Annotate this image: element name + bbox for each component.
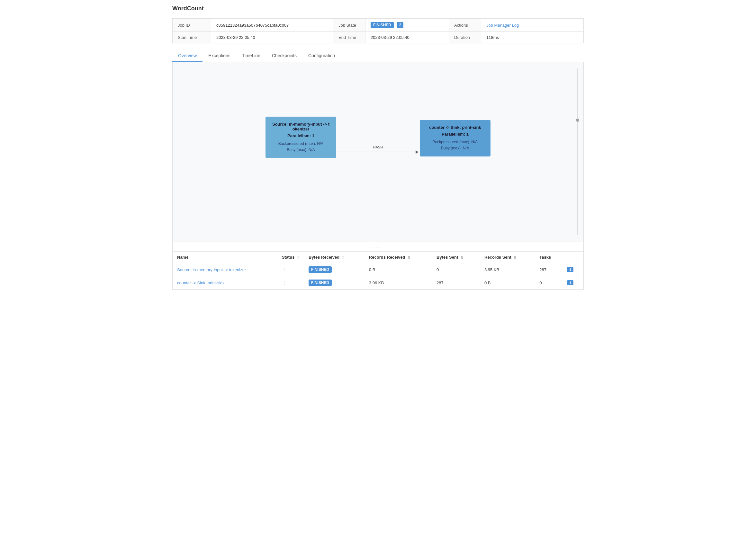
row-recordsReceived: 0	[432, 263, 480, 276]
row-recordsReceived: 287	[432, 276, 480, 289]
table-row: counter -> Sink: print-sink⋮FINISHED3.96…	[173, 276, 583, 289]
end-time-label: End Time	[333, 32, 365, 43]
start-time-value: 2023-03-29 22:05:40	[211, 32, 333, 43]
diagram-inner: Source: in-memory-input -> t okenizer Pa…	[265, 117, 491, 187]
sort-records-sent-icon[interactable]: ⇅	[514, 256, 516, 259]
col-records-received: Records Received ⇅	[364, 252, 432, 263]
row-bytesReceived: 0 B	[364, 263, 432, 276]
col-bytes-sent: Bytes Sent ⇅	[432, 252, 480, 263]
right-node[interactable]: counter -> Sink: print-sink Parallelism:…	[420, 120, 491, 156]
tab-configuration[interactable]: Configuration	[303, 50, 341, 62]
tab-checkpoints[interactable]: Checkpoints	[266, 50, 303, 62]
sort-bytes-sent-icon[interactable]: ⇅	[461, 256, 463, 259]
start-time-label: Start Time	[173, 32, 211, 43]
row-name-cell: counter -> Sink: print-sink	[173, 276, 277, 289]
tab-timeline[interactable]: TimeLine	[236, 50, 266, 62]
row-recordsSent: 287	[535, 263, 562, 276]
right-node-busy: Busy (max): N/A	[426, 145, 484, 151]
row-menu[interactable]: ⋮	[277, 276, 304, 289]
data-table-section: ··· Name Status ⇅ Bytes Received ⇅ Recor…	[172, 242, 584, 290]
row-name-link[interactable]: counter -> Sink: print-sink	[177, 280, 225, 285]
col-status: Status ⇅	[277, 252, 304, 263]
table-row: Source: in-memory-input -> tokenizer⋮FIN…	[173, 263, 583, 276]
job-state-label: Job State	[333, 19, 365, 32]
sort-bytes-received-icon[interactable]: ⇅	[342, 256, 344, 259]
scrollbar[interactable]	[576, 68, 579, 235]
col-name: Name	[173, 252, 277, 263]
duration-label: Duration	[449, 32, 481, 43]
row-bytesSent: 0 B	[480, 276, 535, 289]
left-node-busy: Busy (max): N/A	[272, 147, 330, 153]
row-bytesReceived: 3.96 KB	[364, 276, 432, 289]
job-info-table: Job ID c859121324a93a507b4075cabfa0c007 …	[172, 18, 584, 43]
duration-value: 118ms	[481, 32, 584, 43]
tab-overview[interactable]: Overview	[172, 50, 202, 62]
row-name-cell: Source: in-memory-input -> tokenizer	[173, 263, 277, 276]
diagram-arrow: HASH	[336, 152, 420, 152]
end-time-value: 2023-03-29 22:05:40	[365, 32, 449, 43]
left-node[interactable]: Source: in-memory-input -> t okenizer Pa…	[265, 117, 336, 158]
left-node-title: Source: in-memory-input -> t okenizer	[272, 122, 330, 131]
dots-row: ···	[173, 242, 583, 252]
dots-icon: ···	[375, 244, 381, 249]
action-link-cell[interactable]: Job Manager Log	[481, 19, 584, 32]
row-bytesSent: 3.95 KB	[480, 263, 535, 276]
sort-status-icon[interactable]: ⇅	[297, 256, 300, 259]
sort-records-received-icon[interactable]: ⇅	[408, 256, 410, 259]
col-records-sent: Records Sent ⇅	[480, 252, 535, 263]
job-manager-log-link[interactable]: Job Manager Log	[486, 23, 519, 28]
left-node-parallelism: Parallelism: 1	[272, 133, 330, 138]
row-status: FINISHED	[304, 263, 364, 276]
job-state-badge: FINISHED	[371, 22, 394, 28]
arrow-line: HASH	[336, 152, 420, 152]
page-title: WordCount	[172, 5, 584, 12]
right-node-parallelism: Parallelism: 1	[426, 132, 484, 137]
job-state-cell: FINISHED 2	[365, 19, 449, 32]
job-state-badge-num: 2	[397, 22, 404, 28]
tab-exceptions[interactable]: Exceptions	[202, 50, 236, 62]
tab-bar: Overview Exceptions TimeLine Checkpoints…	[172, 50, 584, 62]
row-tasks: 1	[562, 263, 583, 276]
col-bytes-received: Bytes Received ⇅	[304, 252, 364, 263]
row-name-link[interactable]: Source: in-memory-input -> tokenizer	[177, 267, 246, 272]
right-node-title: counter -> Sink: print-sink	[426, 125, 484, 130]
row-status: FINISHED	[304, 276, 364, 289]
row-recordsSent: 0	[535, 276, 562, 289]
left-node-backpressured: Backpressured (max): N/A	[272, 141, 330, 147]
row-tasks: 1	[562, 276, 583, 289]
job-id-value: c859121324a93a507b4075cabfa0c007	[211, 19, 333, 32]
edge-label: HASH	[373, 145, 383, 149]
right-node-backpressured: Backpressured (max): N/A	[426, 139, 484, 145]
col-tasks: Tasks	[535, 252, 562, 263]
row-menu[interactable]: ⋮	[277, 263, 304, 276]
scrollbar-thumb[interactable]	[576, 119, 579, 122]
actions-label: Actions	[449, 19, 481, 32]
job-id-label: Job ID	[173, 19, 211, 32]
diagram-area: Source: in-memory-input -> t okenizer Pa…	[172, 62, 584, 242]
jobs-table: Name Status ⇅ Bytes Received ⇅ Records R…	[173, 252, 583, 289]
